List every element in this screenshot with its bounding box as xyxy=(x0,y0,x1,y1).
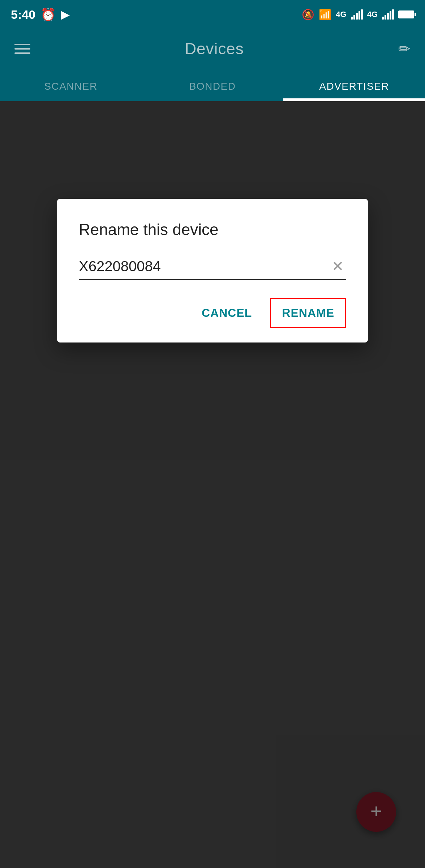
bluetooth-icon: ▶ xyxy=(61,8,69,21)
dialog-title: Rename this device xyxy=(79,221,346,239)
status-right: 🔕 📶 4G 4G xyxy=(302,9,414,21)
lte-label-2: 4G xyxy=(367,10,378,19)
tab-active-indicator xyxy=(283,98,425,100)
lte-label-1: 4G xyxy=(336,10,346,19)
dialog-input-row: ✕ xyxy=(79,257,346,280)
signal-bars-1 xyxy=(351,9,363,20)
clear-input-icon[interactable]: ✕ xyxy=(330,257,346,276)
tab-scanner[interactable]: SCANNER xyxy=(0,72,142,101)
tabs-bar: SCANNER BONDED ADVERTISER xyxy=(0,69,425,101)
page-title: Devices xyxy=(185,40,244,58)
cancel-button[interactable]: CANCEL xyxy=(191,299,263,327)
main-content: No saved configurations. + Rename this d… xyxy=(0,101,425,868)
rename-button[interactable]: RENAME xyxy=(270,298,346,328)
wifi-icon: 📶 xyxy=(319,9,331,21)
signal-bars-2 xyxy=(382,9,394,20)
top-bar: Devices ✏ xyxy=(0,29,425,69)
status-bar: 5:40 ⏰ ▶ 🔕 📶 4G 4G xyxy=(0,0,425,29)
mute-icon: 🔕 xyxy=(302,9,314,21)
edit-icon[interactable]: ✏ xyxy=(398,41,411,57)
battery-icon xyxy=(398,10,414,18)
menu-icon[interactable] xyxy=(14,44,30,54)
rename-dialog: Rename this device ✕ CANCEL RENAME xyxy=(57,199,368,342)
tab-advertiser[interactable]: ADVERTISER xyxy=(283,72,425,101)
dialog-overlay: Rename this device ✕ CANCEL RENAME xyxy=(0,101,425,868)
alarm-icon: ⏰ xyxy=(40,7,56,22)
device-name-input[interactable] xyxy=(79,258,330,275)
dialog-buttons: CANCEL RENAME xyxy=(79,298,346,328)
time-display: 5:40 xyxy=(11,8,35,22)
tab-bonded[interactable]: BONDED xyxy=(142,72,283,101)
status-left: 5:40 ⏰ ▶ xyxy=(11,7,69,22)
